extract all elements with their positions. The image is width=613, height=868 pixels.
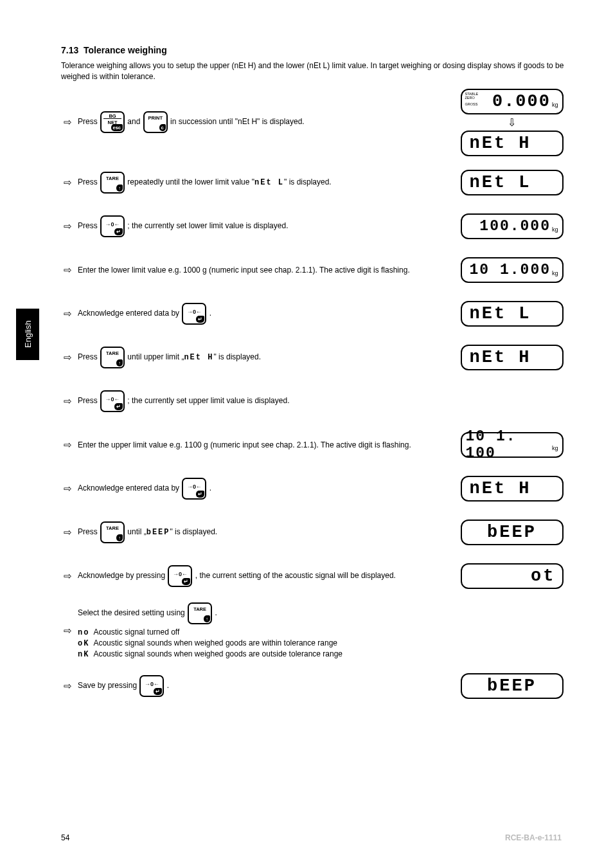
step-row: ⇨ Press TARE ↑ until upper limit „nEt H"… bbox=[61, 340, 568, 375]
lcd-display: nEt L bbox=[461, 170, 564, 195]
tare-up-key-icon: TARE ↑ bbox=[100, 172, 125, 194]
step-text: Press TARE ↑ until upper limit „nEt H" i… bbox=[74, 347, 456, 368]
display-value: 10 1. 100 bbox=[466, 428, 551, 462]
display-value: nEt H bbox=[466, 479, 558, 498]
display-value: nEt H bbox=[466, 134, 558, 153]
seg-text: bEEP bbox=[147, 528, 170, 537]
section-heading: 7.13 Tolerance weighing bbox=[61, 45, 568, 55]
bullet-arrow-icon: ⇨ bbox=[61, 527, 74, 538]
step-row: ⇨ Save by pressing →0← ↵ . bEEP bbox=[61, 669, 568, 703]
step-text: Press →0← ↵ ; the currently set lower li… bbox=[74, 215, 456, 237]
step-row: ⇨ Press BG NET esc and PRINT c in succes… bbox=[61, 89, 568, 156]
bullet-arrow-icon: ⇨ bbox=[61, 395, 74, 407]
bullet-arrow-icon: ⇨ bbox=[61, 177, 74, 188]
step-text: Acknowledge entered data by →0← ↵ . bbox=[74, 478, 456, 500]
step-row: ⇨ Press →0← ↵ ; the currently set lower … bbox=[61, 209, 568, 244]
step-text: Acknowledge by pressing →0← ↵ , the curr… bbox=[74, 565, 456, 587]
zero-enter-key-icon: →0← ↵ bbox=[100, 215, 125, 237]
page-number: 54 bbox=[61, 833, 69, 842]
tare-up-key-icon: TARE ↑ bbox=[100, 347, 125, 368]
beep-option-code: no bbox=[78, 628, 89, 637]
display-value: nEt L bbox=[466, 173, 558, 192]
zero-enter-key-icon: →0← ↵ bbox=[182, 478, 206, 500]
lcd-display: nEt H bbox=[461, 131, 564, 156]
bullet-arrow-icon: ⇨ bbox=[61, 221, 74, 232]
display-indicators: STABLE ZERO GROSS bbox=[465, 92, 479, 106]
display-value: bEEP bbox=[466, 676, 558, 696]
step-row: ⇨ Press TARE ↑ repeatedly until the lowe… bbox=[61, 165, 568, 200]
bg-net-esc-key-icon: BG NET esc bbox=[100, 111, 125, 133]
footer-brand: RCE-BA-e-1111 bbox=[505, 833, 562, 842]
lcd-display: 10 1.000 kg bbox=[461, 257, 564, 283]
lcd-display: bEEP bbox=[461, 520, 564, 545]
zero-enter-key-icon: →0← ↵ bbox=[168, 565, 192, 587]
down-arrow-icon: ⇩ bbox=[508, 116, 516, 129]
beep-option-code: nK bbox=[78, 650, 89, 659]
bullet-arrow-icon: ⇨ bbox=[61, 439, 74, 451]
language-tab: English bbox=[16, 309, 39, 360]
display-value: 10 1.000 bbox=[470, 262, 551, 278]
step-row: ⇨ Acknowledge entered data by →0← ↵ . nE… bbox=[61, 471, 568, 506]
step-row: ⇨ Acknowledge entered data by →0← ↵ . nE… bbox=[61, 296, 568, 331]
section-title-text: Tolerance weighing bbox=[84, 45, 167, 55]
step-text: Acknowledge entered data by →0← ↵ . bbox=[74, 303, 456, 325]
bullet-arrow-icon: ⇨ bbox=[61, 570, 74, 582]
display-unit: kg bbox=[552, 270, 558, 280]
tare-up-key-icon: TARE ↑ bbox=[100, 521, 125, 543]
lcd-display: 10 1. 100 kg bbox=[461, 432, 564, 458]
zero-enter-key-icon: →0← ↵ bbox=[100, 390, 125, 412]
step-text: Press TARE ↑ repeatedly until the lower … bbox=[74, 172, 456, 194]
bullet-arrow-icon: ⇨ bbox=[61, 352, 74, 363]
lcd-display: ot bbox=[461, 563, 564, 589]
beep-option-desc: Acoustic signal turned off bbox=[93, 628, 179, 637]
step-row: ⇨ Press TARE ↑ until „bEEP" is displayed… bbox=[61, 515, 568, 550]
zero-enter-key-icon: →0← ↵ bbox=[139, 675, 164, 697]
lcd-display: nEt H bbox=[461, 476, 564, 502]
bullet-arrow-icon: ⇨ bbox=[61, 116, 74, 128]
step-text: Press →0← ↵ ; the currently set upper li… bbox=[74, 390, 456, 412]
step-text: Select the desired setting using TARE ↑ … bbox=[74, 602, 456, 660]
display-value: 100.000 bbox=[479, 218, 551, 235]
tare-up-key-icon: TARE ↑ bbox=[188, 602, 212, 624]
lcd-display: STABLE ZERO GROSS 0.000 kg bbox=[461, 89, 564, 114]
beep-option-desc: Acoustic signal sounds when weighed good… bbox=[93, 638, 337, 647]
lcd-display: bEEP bbox=[461, 673, 564, 699]
print-c-key-icon: PRINT c bbox=[143, 111, 168, 133]
bullet-arrow-icon: ⇨ bbox=[61, 483, 74, 494]
beep-option-desc: Acoustic signal sounds when weighed good… bbox=[93, 649, 342, 658]
display-value: bEEP bbox=[466, 523, 558, 542]
display-unit: kg bbox=[552, 445, 558, 455]
step-text: Enter the upper limit value e.g. 1100 g … bbox=[74, 440, 456, 450]
beep-option-code: oK bbox=[78, 639, 89, 648]
section-number: 7.13 bbox=[61, 45, 78, 55]
step-row: ⇨ Press →0← ↵ ; the currently set upper … bbox=[61, 384, 568, 419]
step-text: Enter the lower limit value e.g. 1000 g … bbox=[74, 265, 456, 275]
step-row: ⇨ Enter the lower limit value e.g. 1000 … bbox=[61, 253, 568, 287]
bullet-arrow-icon: ⇨ bbox=[61, 264, 74, 276]
bullet-arrow-icon: ⇨ bbox=[61, 680, 74, 692]
zero-enter-key-icon: →0← ↵ bbox=[182, 303, 206, 325]
lcd-display: 100.000 kg bbox=[461, 213, 564, 239]
step-row: ⇨ Select the desired setting using TARE … bbox=[61, 602, 568, 660]
display-unit: kg bbox=[552, 102, 558, 111]
seg-text: nEt H bbox=[184, 353, 213, 362]
step-row: ⇨ Enter the upper limit value e.g. 1100 … bbox=[61, 428, 568, 462]
step-text: Save by pressing →0← ↵ . bbox=[74, 675, 456, 697]
display-value: 0.000 bbox=[492, 92, 551, 111]
step-row: ⇨ Acknowledge by pressing →0← ↵ , the cu… bbox=[61, 559, 568, 593]
section-intro: Tolerance weighing allows you to setup t… bbox=[61, 60, 568, 82]
display-unit: kg bbox=[552, 226, 558, 236]
lcd-display: nEt L bbox=[461, 301, 564, 327]
bullet-arrow-icon: ⇨ bbox=[61, 308, 74, 320]
display-value: nEt H bbox=[466, 348, 558, 367]
display-value: nEt L bbox=[466, 304, 558, 323]
step-text: Press TARE ↑ until „bEEP" is displayed. bbox=[74, 521, 456, 543]
lcd-display: nEt H bbox=[461, 345, 564, 370]
seg-text: nEt L bbox=[254, 178, 284, 187]
display-value: ot bbox=[466, 566, 558, 586]
step-text: Press BG NET esc and PRINT c in successi… bbox=[74, 111, 456, 133]
bullet-arrow-icon: ⇨ bbox=[61, 625, 74, 637]
